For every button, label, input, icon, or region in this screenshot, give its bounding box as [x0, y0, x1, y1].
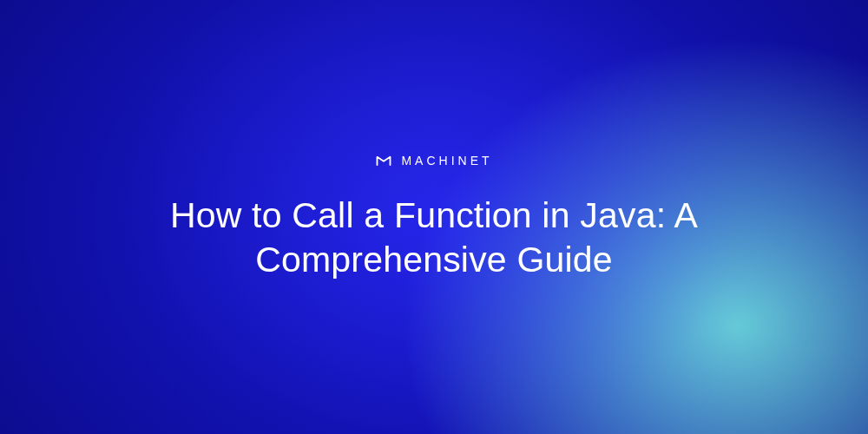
machinet-logo-icon	[375, 152, 392, 169]
brand: MACHINET	[375, 152, 492, 169]
brand-name: MACHINET	[401, 154, 492, 168]
page-title: How to Call a Function in Java: A Compre…	[87, 194, 781, 283]
